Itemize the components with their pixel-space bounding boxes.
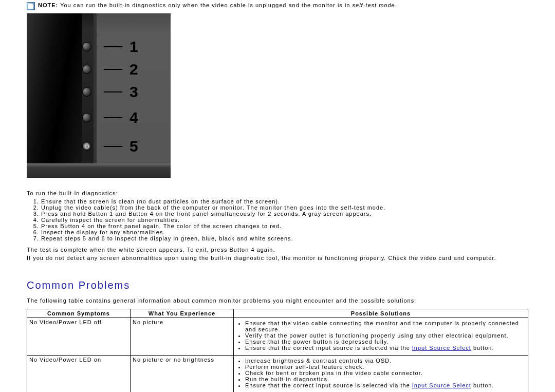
diag-step: Inspect the display for any abnormalitie… <box>41 229 528 235</box>
diag-after-1: The test is complete when the white scre… <box>27 247 528 253</box>
diag-step: Unplug the video cable(s) from the back … <box>41 204 528 211</box>
solution-item: Run the built-in diagnostics. <box>245 376 526 382</box>
monitor-button-figure: 1 2 3 4 5 <box>27 13 171 178</box>
solution-item: Ensure that the correct input source is … <box>245 382 526 388</box>
table-row: No Video/Power LED off No picture Ensure… <box>27 318 528 356</box>
cell-experience: No picture <box>131 318 234 356</box>
diag-lead: To run the built-in diagnostics: <box>27 190 528 196</box>
solution-item: Ensure that the correct input source is … <box>245 345 526 351</box>
cell-solutions: Ensure that the video cable connecting t… <box>234 318 528 356</box>
section-heading-common-problems: Common Problems <box>27 279 528 291</box>
diag-step: Ensure that the screen is clean (no dust… <box>41 198 528 204</box>
note-icon <box>27 2 35 10</box>
table-header-symptoms: Common Symptoms <box>27 309 131 318</box>
input-source-select-link[interactable]: Input Source Select <box>412 382 471 388</box>
table-header-experience: What You Experience <box>131 309 234 318</box>
solution-item: Ensure that the video cable connecting t… <box>245 320 526 332</box>
diag-after-2: If you do not detect any screen abnormal… <box>27 255 528 261</box>
diagnostics-instructions: To run the built-in diagnostics: Ensure … <box>27 190 528 261</box>
figure-label-3: 3 <box>130 83 138 101</box>
monitor-button-1 <box>82 42 91 51</box>
diag-step: Press Button 4 on the front panel again.… <box>41 223 528 229</box>
monitor-button-3 <box>82 87 91 97</box>
monitor-bezel <box>27 13 97 178</box>
cell-solutions: Increase brightness & contrast controls … <box>234 356 528 393</box>
figure-label-2: 2 <box>130 61 138 78</box>
diag-step: Press and hold Button 1 and Button 4 on … <box>41 211 528 217</box>
solution-item: Perform monitor self-test feature check. <box>245 364 526 370</box>
note-block: NOTE: You can run the built-in diagnosti… <box>27 2 528 10</box>
figure-label-1: 1 <box>130 38 138 55</box>
solution-item: Verify that the power outlet is function… <box>245 332 526 339</box>
diag-step: Repeat steps 5 and 6 to inspect the disp… <box>41 235 528 241</box>
cell-experience: No picture or no brightness <box>131 356 234 393</box>
section-intro: The following table contains general inf… <box>27 297 528 304</box>
note-label: NOTE: <box>38 2 58 8</box>
input-source-select-link[interactable]: Input Source Select <box>412 345 471 351</box>
figure-label-4: 4 <box>130 109 138 126</box>
cell-symptom: No Video/Power LED off <box>27 318 131 356</box>
table-header-solutions: Possible Solutions <box>234 309 528 318</box>
solution-item: Increase brightness & contrast controls … <box>245 358 526 364</box>
note-text: NOTE: You can run the built-in diagnosti… <box>38 2 397 8</box>
monitor-button-2 <box>82 65 91 74</box>
diag-step: Carefully inspect the screen for abnorma… <box>41 217 528 223</box>
note-before: You can run the built-in diagnostics onl… <box>60 2 352 8</box>
cell-symptom: No Video/Power LED on <box>27 356 131 393</box>
solution-item: Ensure that the power button is depresse… <box>245 339 526 345</box>
note-after: . <box>395 2 397 8</box>
table-header-row: Common Symptoms What You Experience Poss… <box>27 309 528 318</box>
figure-label-5: 5 <box>130 138 138 155</box>
monitor-power-button <box>82 142 91 151</box>
solution-item: Check for bent or broken pins in the vid… <box>245 370 526 376</box>
monitor-button-4 <box>82 113 91 122</box>
table-row: No Video/Power LED on No picture or no b… <box>27 356 528 393</box>
monitor-base <box>27 163 171 178</box>
common-problems-table: Common Symptoms What You Experience Poss… <box>27 309 528 392</box>
note-italic: self-test mode <box>353 2 395 8</box>
diag-steps-list: Ensure that the screen is clean (no dust… <box>41 198 528 241</box>
